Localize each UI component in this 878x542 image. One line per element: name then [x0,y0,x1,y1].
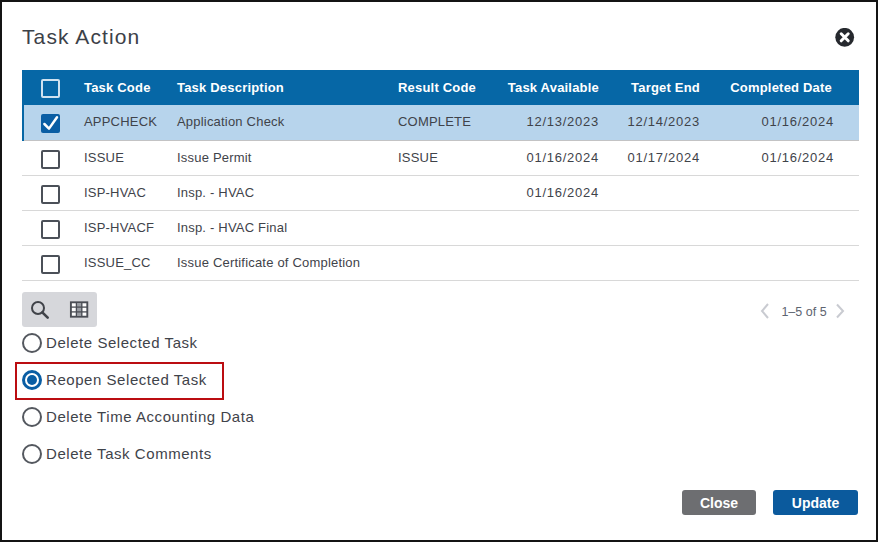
svg-text:1–5 of 5: 1–5 of 5 [781,305,826,319]
